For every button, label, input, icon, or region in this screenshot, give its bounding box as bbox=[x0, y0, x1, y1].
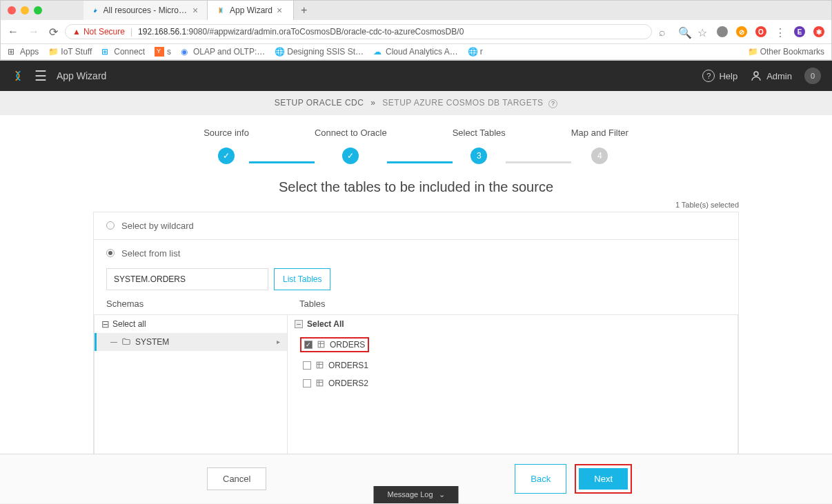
striim-favicon bbox=[216, 6, 226, 15]
security-indicator[interactable]: ▲ Not Secure bbox=[72, 27, 125, 37]
help-icon[interactable]: ? bbox=[548, 99, 557, 108]
extension-icon[interactable]: O bbox=[755, 26, 766, 37]
check-icon bbox=[342, 148, 359, 164]
extension-icon[interactable] bbox=[717, 26, 728, 37]
schema-item-system[interactable]: — SYSTEM ▸ bbox=[95, 333, 287, 351]
key-icon[interactable]: ⌕ bbox=[659, 26, 670, 37]
select-from-list-option[interactable]: Select from list bbox=[94, 240, 738, 261]
cancel-button[interactable]: Cancel bbox=[207, 467, 266, 490]
bookmark-cloud[interactable]: ☁Cloud Analytics A… bbox=[373, 47, 458, 57]
table-item-orders2[interactable]: ORDERS2 bbox=[288, 374, 737, 392]
radio-icon[interactable] bbox=[106, 249, 115, 257]
select-all-tables[interactable]: Select All bbox=[288, 315, 737, 333]
back-icon[interactable]: ← bbox=[8, 26, 19, 39]
striim-logo-icon[interactable] bbox=[11, 69, 25, 83]
step-source-info[interactable]: Source info bbox=[204, 128, 249, 164]
star-icon[interactable]: ☆ bbox=[697, 26, 709, 37]
url-bar[interactable]: ▲ Not Secure | 192.168.56.1:9080/#appwiz… bbox=[65, 24, 652, 39]
list-tables-button[interactable]: List Tables bbox=[274, 268, 330, 290]
checkbox-icon[interactable] bbox=[303, 379, 311, 387]
table-icon bbox=[317, 340, 326, 349]
chevron-right-icon: ▸ bbox=[277, 338, 280, 345]
svg-rect-4 bbox=[317, 362, 323, 368]
close-icon[interactable]: × bbox=[277, 5, 285, 16]
breadcrumb-step2[interactable]: SETUP AZURE COSMOS DB TARGETS bbox=[382, 98, 543, 108]
radio-icon[interactable] bbox=[106, 221, 115, 230]
svg-point-0 bbox=[754, 72, 758, 76]
svg-rect-1 bbox=[318, 341, 324, 347]
step-select-tables[interactable]: Select Tables 3 bbox=[453, 128, 506, 164]
window-maximize-icon[interactable] bbox=[34, 6, 42, 14]
bookmark-olap[interactable]: ◉OLAP and OLTP:… bbox=[181, 47, 265, 57]
check-icon bbox=[218, 148, 235, 164]
schemas-header: Schemas bbox=[94, 299, 287, 314]
checkbox-icon[interactable] bbox=[303, 361, 311, 370]
collapse-icon[interactable]: — bbox=[110, 339, 117, 345]
svg-rect-7 bbox=[317, 380, 323, 386]
azure-favicon bbox=[92, 6, 99, 15]
notification-badge[interactable]: 0 bbox=[804, 68, 821, 84]
reload-icon[interactable]: ⟳ bbox=[49, 26, 58, 39]
window-minimize-icon[interactable] bbox=[21, 6, 29, 14]
bookmark-connect[interactable]: ⊞Connect bbox=[101, 47, 145, 57]
extension-icon[interactable]: ⊘ bbox=[736, 26, 747, 37]
bookmark-ssis[interactable]: 🌐Designing SSIS St… bbox=[275, 47, 364, 57]
zoom-icon[interactable]: 🔍 bbox=[678, 26, 689, 37]
breadcrumb-step1[interactable]: SETUP ORACLE CDC bbox=[275, 98, 364, 108]
chevron-down-icon: ⌄ bbox=[439, 490, 445, 499]
bookmark-s[interactable]: Ys bbox=[155, 47, 171, 57]
forward-icon[interactable]: → bbox=[28, 26, 39, 39]
tab-title: All resources - Microsoft Azure bbox=[103, 6, 188, 15]
table-icon bbox=[315, 361, 324, 370]
table-item-orders[interactable]: ORDERS bbox=[288, 333, 737, 356]
browser-tab-appwizard[interactable]: App Wizard × bbox=[208, 1, 294, 20]
bookmark-apps[interactable]: ⊞Apps bbox=[8, 47, 39, 57]
extension-icon[interactable]: ✱ bbox=[813, 26, 824, 37]
url-path: :9080/#appwizard/admin.oraToCosmosDB/ora… bbox=[186, 27, 464, 37]
menu-icon[interactable]: ☰ bbox=[34, 68, 47, 84]
checkbox-partial-icon[interactable] bbox=[295, 320, 303, 328]
bookmark-folder-iot[interactable]: 📁IoT Stuff bbox=[48, 47, 92, 57]
select-by-wildcard-option[interactable]: Select by wildcard bbox=[94, 212, 738, 240]
admin-button[interactable]: Admin bbox=[750, 70, 792, 82]
next-button[interactable]: Next bbox=[579, 468, 628, 490]
table-icon bbox=[315, 379, 324, 387]
url-host: 192.168.56.1 bbox=[138, 27, 186, 37]
bookmark-other[interactable]: 📁Other Bookmarks bbox=[748, 47, 824, 57]
table-filter-input[interactable] bbox=[106, 268, 268, 290]
message-log-toggle[interactable]: Message Log ⌄ bbox=[373, 486, 458, 503]
close-icon[interactable]: × bbox=[192, 5, 199, 16]
help-button[interactable]: ?Help bbox=[702, 70, 737, 82]
breadcrumb: SETUP ORACLE CDC » SETUP AZURE COSMOS DB… bbox=[0, 91, 832, 115]
page-heading: Select the tables to be included in the … bbox=[0, 179, 832, 195]
folder-icon bbox=[121, 337, 131, 347]
table-item-orders1[interactable]: ORDERS1 bbox=[288, 356, 737, 374]
bookmark-r[interactable]: 🌐r bbox=[468, 47, 483, 57]
tab-title: App Wizard bbox=[230, 6, 273, 15]
new-tab-button[interactable]: + bbox=[294, 1, 314, 19]
window-close-icon[interactable] bbox=[8, 6, 16, 14]
profile-icon[interactable]: E bbox=[794, 26, 805, 37]
step-map-filter: Map and Filter 4 bbox=[571, 128, 628, 164]
collapse-icon[interactable]: ⊟ bbox=[101, 321, 108, 327]
step-connect-oracle[interactable]: Connect to Oracle bbox=[315, 128, 387, 164]
tables-header: Tables bbox=[287, 299, 738, 314]
select-all-schemas[interactable]: ⊟ Select all bbox=[95, 315, 287, 333]
browser-tab-azure[interactable]: All resources - Microsoft Azure × bbox=[83, 1, 208, 20]
wizard-stepper: Source info Connect to Oracle Select Tab… bbox=[0, 115, 832, 171]
back-button[interactable]: Back bbox=[515, 464, 566, 494]
extension-icon[interactable]: ⋮ bbox=[775, 26, 786, 37]
app-title: App Wizard bbox=[57, 70, 693, 81]
selection-count: 1 Table(s) selected bbox=[0, 201, 832, 209]
checkbox-checked-icon[interactable] bbox=[304, 341, 313, 349]
